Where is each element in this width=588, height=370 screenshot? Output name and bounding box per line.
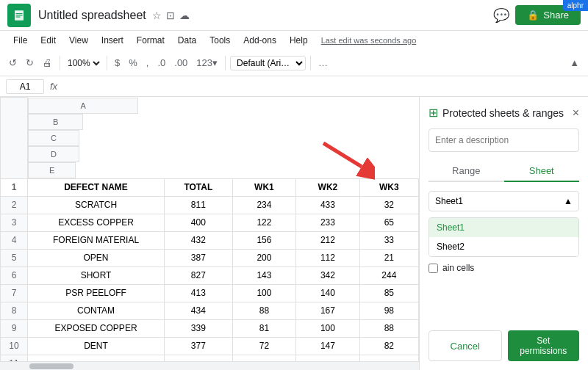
formula-input[interactable]: DEFECT NAME [63,80,582,93]
currency-button[interactable]: $ [112,56,123,70]
comment-button[interactable]: 💬 [493,7,509,23]
menu-addons[interactable]: Add-ons [237,34,282,47]
cell-d10[interactable]: 147 [296,337,359,355]
cell-e2[interactable]: 32 [359,196,418,214]
column-headers-row: A B C D E [1,98,419,179]
tab-sheet[interactable]: Sheet [504,161,580,182]
cell-d6[interactable]: 342 [296,266,359,284]
col-header-b[interactable]: B [28,114,83,130]
cell-c3[interactable]: 122 [232,214,295,231]
description-input[interactable] [429,128,579,152]
cell-c5[interactable]: 200 [232,249,295,266]
cell-b2[interactable]: 811 [165,196,233,214]
cell-reference-input[interactable] [6,79,44,94]
cloud-icon[interactable]: ☁ [179,10,190,21]
cell-e7[interactable]: 85 [359,284,418,302]
menu-help[interactable]: Help [284,34,314,47]
cell-a9[interactable]: EXPOSED COPPER [28,319,165,337]
menu-insert[interactable]: Insert [96,34,129,47]
table-row: 9EXPOSED COPPER3398110088 [1,319,419,337]
cell-b4[interactable]: 432 [165,231,233,249]
cell-d2[interactable]: 433 [296,196,359,214]
cell-b3[interactable]: 400 [165,214,233,231]
menu-data[interactable]: Data [172,34,202,47]
cell-c4[interactable]: 156 [232,231,295,249]
undo-button[interactable]: ↺ [6,56,20,70]
menu-view[interactable]: View [63,34,94,47]
cell-e1[interactable]: WK3 [359,178,418,196]
cell-a2[interactable]: SCRATCH [28,196,165,214]
set-permissions-button[interactable]: Set permissions [508,330,580,361]
cell-e4[interactable]: 33 [359,231,418,249]
cell-d7[interactable]: 140 [296,284,359,302]
cell-b5[interactable]: 387 [165,249,233,266]
col-header-e[interactable]: E [28,162,76,178]
menu-edit[interactable]: Edit [35,34,62,47]
cell-c7[interactable]: 100 [232,284,295,302]
cell-e3[interactable]: 65 [359,214,418,231]
redo-button[interactable]: ↻ [23,56,37,70]
more-formats-button[interactable]: 123▾ [193,56,220,70]
menu-file[interactable]: File [7,34,33,47]
contain-cells-checkbox[interactable] [429,264,438,273]
cell-b1[interactable]: TOTAL [165,178,233,196]
cell-d8[interactable]: 167 [296,302,359,319]
col-header-c[interactable]: C [28,130,79,146]
print-button[interactable]: 🖨 [40,56,55,70]
scroll-thumb[interactable] [29,363,74,369]
cell-a6[interactable]: SHORT [28,266,165,284]
cell-e10[interactable]: 82 [359,337,418,355]
cell-c9[interactable]: 81 [232,319,295,337]
cell-b10[interactable]: 377 [165,337,233,355]
collapse-toolbar-button[interactable]: ▲ [567,56,582,70]
cell-d1[interactable]: WK2 [296,178,359,196]
cell-d3[interactable]: 233 [296,214,359,231]
document-title[interactable]: Untitled spreadsheet [38,9,146,22]
tab-range[interactable]: Range [429,161,504,181]
menu-tools[interactable]: Tools [204,34,236,47]
cell-b7[interactable]: 413 [165,284,233,302]
decimal-decrease-button[interactable]: .00 [171,56,190,70]
folder-icon[interactable]: ⊡ [166,10,175,21]
cell-c8[interactable]: 88 [232,302,295,319]
font-select[interactable]: Default (Ari… [230,56,306,70]
cell-e8[interactable]: 98 [359,302,418,319]
cell-c10[interactable]: 72 [232,337,295,355]
cell-c1[interactable]: WK1 [232,178,295,196]
cell-e9[interactable]: 88 [359,319,418,337]
cell-e6[interactable]: 244 [359,266,418,284]
cell-a8[interactable]: CONTAM [28,302,165,319]
cell-a10[interactable]: DENT [28,337,165,355]
col-header-d[interactable]: D [28,146,79,162]
zoom-select[interactable]: 100% [65,57,102,69]
cell-a5[interactable]: OPEN [28,249,165,266]
more-options-button[interactable]: … [315,56,331,70]
cell-d5[interactable]: 112 [296,249,359,266]
panel-close-button[interactable]: × [573,106,579,120]
percent-button[interactable]: % [126,56,140,70]
sheet-dropdown[interactable]: Sheet1 ▲ [429,191,579,211]
cell-a7[interactable]: PSR PEELOFF [28,284,165,302]
decimal-increase-button[interactable]: .0 [154,56,168,70]
corner-header [1,98,28,179]
cell-c6[interactable]: 143 [232,266,295,284]
menu-format[interactable]: Format [131,34,171,47]
cell-b6[interactable]: 827 [165,266,233,284]
sheet-list-item-sheet2[interactable]: Sheet2 [429,237,578,256]
cell-a4[interactable]: FOREIGN MATERIAL [28,231,165,249]
cell-b8[interactable]: 434 [165,302,233,319]
cell-d4[interactable]: 212 [296,231,359,249]
cancel-button[interactable]: Cancel [429,330,502,361]
cell-b9[interactable]: 339 [165,319,233,337]
svg-rect-2 [16,15,23,15]
horizontal-scrollbar[interactable] [0,361,419,370]
cell-a3[interactable]: EXCESS COPPER [28,214,165,231]
cell-a1[interactable]: DEFECT NAME [28,178,165,196]
comma-button[interactable]: , [143,56,152,70]
cell-e5[interactable]: 21 [359,249,418,266]
cell-d9[interactable]: 100 [296,319,359,337]
sheet-list-item-sheet1[interactable]: Sheet1 [429,218,578,237]
col-header-a[interactable]: A [28,98,138,114]
star-icon[interactable]: ☆ [152,10,162,21]
cell-c2[interactable]: 234 [232,196,295,214]
